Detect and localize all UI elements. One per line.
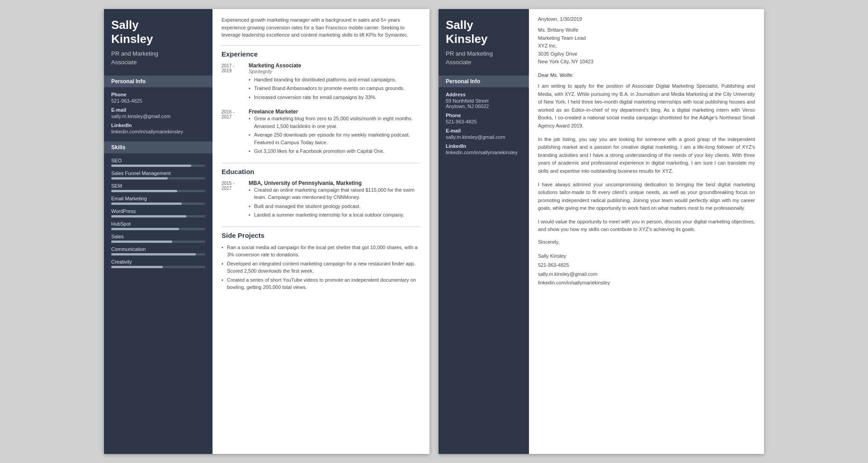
skill-bar-bg	[111, 266, 205, 268]
bullet-item: Created an online marketing campaign tha…	[249, 186, 420, 201]
entry-content: MBA, University of Pennsylvania, Marketi…	[249, 180, 420, 220]
cl-paragraph: In the job listing, you say you are look…	[538, 136, 755, 175]
cl-salutation: Dear Ms. Wolfe:	[538, 72, 755, 78]
cl-email-label: E-mail	[446, 128, 522, 133]
linkedin-label: LinkedIn	[111, 123, 205, 128]
skill-bar-fill	[111, 241, 172, 243]
cl-signature: Sally Kinsley 521-963-4825 sally.m.kinsl…	[538, 252, 755, 288]
side-projects-heading: Side Projects	[222, 232, 420, 239]
skill-name: Email Marketing	[111, 196, 205, 201]
skill-bar-bg	[111, 241, 205, 243]
cl-sidebar: SallyKinsley PR and MarketingAssociate P…	[439, 9, 529, 454]
entry-date: 2015 - 2017	[222, 180, 249, 220]
recipient-address: 3035 Ogilvy Drive	[538, 51, 577, 57]
education-list: 2015 - 2017MBA, University of Pennsylvan…	[222, 180, 420, 220]
skill-bar-fill	[111, 215, 186, 217]
entry-bullets: Created an online marketing campaign tha…	[249, 186, 420, 219]
bullet-item: Trained Brand Ambassadors to promote eve…	[249, 85, 420, 92]
skill-bar-fill	[111, 177, 168, 180]
skill-bar-fill	[111, 165, 191, 167]
skill-name: Communication	[111, 246, 205, 252]
skill-bar-fill	[111, 228, 179, 230]
bullet-item: Built and managed the student geology po…	[249, 203, 420, 210]
signature-phone: 521-963-4825	[538, 262, 569, 268]
entry-content: Freelance MarketerGrew a marketing blog …	[249, 109, 420, 156]
bullet-item: Got 3,100 likes for a Facebook promotion…	[249, 147, 420, 155]
skills-list: SEOSales Funnel ManagementSEMEmail Marke…	[111, 158, 205, 268]
side-projects-list: Ran a social media ad campaign for the l…	[222, 244, 420, 291]
skill-name: HubSpot	[111, 221, 205, 227]
entry-title: Marketing Associate	[249, 62, 420, 69]
signature-linkedin: linkedin.com/in/sallymariekinsley	[538, 280, 610, 285]
cl-email-value: sally.m.kinsley@gmail.com	[446, 134, 522, 140]
cl-paragraph: I would value the opportunity to meet wi…	[538, 218, 755, 234]
cl-linkedin-label: LinkedIn	[446, 143, 522, 149]
cl-main: Anytown, 1/30/2019 Ms. Brittany Wolfe Ma…	[529, 9, 764, 454]
skill-bar-bg	[111, 165, 205, 167]
recipient-name: Ms. Brittany Wolfe	[538, 27, 578, 33]
cl-title: PR and MarketingAssociate	[446, 50, 522, 66]
resume-document: SallyKinsley PR and MarketingAssociate P…	[104, 9, 429, 454]
skill-bar-fill	[111, 190, 177, 192]
bullet-item: Average 250 downloads per episode for my…	[249, 131, 420, 146]
recipient-company: XYZ Inc.	[538, 43, 557, 48]
skill-name: SEM	[111, 183, 205, 189]
phone-value: 521-963-4825	[111, 98, 205, 104]
cl-address-label: Address	[446, 92, 522, 97]
entry-date: 2016 - 2017	[222, 109, 249, 156]
recipient-title: Marketing Team Lead	[538, 35, 586, 41]
entry-title: MBA, University of Pennsylvania, Marketi…	[249, 180, 420, 186]
cl-personal-info-heading: Personal Info	[439, 76, 529, 87]
cl-paragraph: I have always admired your uncompromisin…	[538, 181, 755, 213]
resume-title: PR and MarketingAssociate	[111, 50, 205, 66]
phone-label: Phone	[111, 92, 205, 97]
skill-name: Creativity	[111, 259, 205, 265]
experience-list: 2017 - 2019Marketing AssociateSpintegrit…	[222, 62, 420, 156]
cl-phone-value: 521-963-4825	[446, 119, 522, 124]
skill-bar-fill	[111, 253, 196, 255]
recipient-city: New York City, NY 10423	[538, 59, 594, 64]
entry-company: Spintegrity	[249, 69, 420, 74]
bullet-item: Grew a marketing blog from zero to 25,00…	[249, 115, 420, 130]
signature-name: Sally Kinsley	[538, 253, 566, 259]
entry-bullets: Grew a marketing blog from zero to 25,00…	[249, 115, 420, 155]
education-heading: Education	[222, 168, 420, 175]
entry-bullets: Handled branding for distributed platfor…	[249, 76, 420, 101]
skill-bar-bg	[111, 228, 205, 230]
skill-bar-fill	[111, 203, 182, 205]
skill-name: Sales	[111, 234, 205, 239]
entry-content: Marketing AssociateSpintegrityHandled br…	[249, 62, 420, 103]
skill-bar-bg	[111, 203, 205, 205]
cl-phone-label: Phone	[446, 113, 522, 118]
side-project-bullet: Created a series of short YouTube videos…	[222, 276, 420, 291]
resume-sidebar: SallyKinsley PR and MarketingAssociate P…	[104, 9, 212, 454]
email-value: sally.m.kinsley@gmail.com	[111, 113, 205, 119]
email-label: E-mail	[111, 107, 205, 113]
summary-text: Experienced growth marketing manager wit…	[222, 16, 420, 39]
skill-name: WordPress	[111, 208, 205, 214]
entry-title: Freelance Marketer	[249, 109, 420, 115]
skill-bar-bg	[111, 177, 205, 180]
signature-email: sally.m.kinsley@gmail.com	[538, 271, 597, 277]
skill-bar-bg	[111, 253, 205, 255]
cl-recipient: Ms. Brittany Wolfe Marketing Team Lead X…	[538, 26, 755, 66]
experience-heading: Experience	[222, 50, 420, 58]
entry-date: 2017 - 2019	[222, 62, 249, 103]
cl-address-value: 59 Northfield StreetAnytown, NJ 06022	[446, 98, 522, 109]
experience-entry: 2015 - 2017MBA, University of Pennsylvan…	[222, 180, 420, 220]
cl-date: Anytown, 1/30/2019	[538, 16, 755, 22]
cl-name: SallyKinsley	[446, 18, 522, 46]
cl-closing: Sincerely,	[538, 239, 755, 245]
cl-paragraph: I am writing to apply for the position o…	[538, 82, 755, 130]
skill-bar-fill	[111, 266, 163, 268]
bullet-item: Handled branding for distributed platfor…	[249, 76, 420, 84]
side-project-bullet: Ran a social media ad campaign for the l…	[222, 244, 420, 259]
experience-entry: 2017 - 2019Marketing AssociateSpintegrit…	[222, 62, 420, 103]
skill-bar-bg	[111, 190, 205, 192]
cover-letter-document: SallyKinsley PR and MarketingAssociate P…	[439, 9, 764, 454]
skills-heading: Skills	[104, 142, 212, 153]
linkedin-value: linkedin.com/in/sallymariekinsley	[111, 129, 205, 134]
experience-entry: 2016 - 2017Freelance MarketerGrew a mark…	[222, 109, 420, 156]
skill-name: SEO	[111, 158, 205, 163]
side-project-bullet: Developed an integrated content marketin…	[222, 260, 420, 275]
